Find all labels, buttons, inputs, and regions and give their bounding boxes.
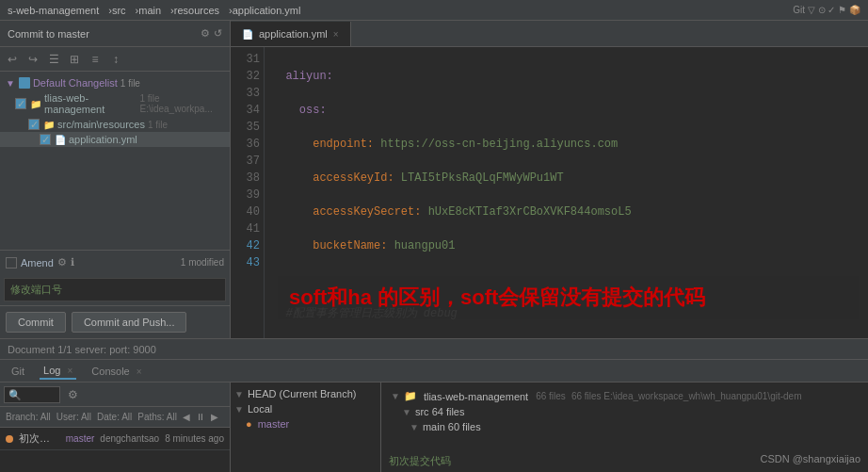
code-area: 3132333435 3637383940 414243 aliyun: oss… — [231, 47, 868, 338]
master-branch-name: master — [258, 418, 290, 430]
paths-filter[interactable]: Paths: All — [137, 412, 177, 422]
bottom-tab-git[interactable]: Git — [8, 364, 28, 379]
git-log-list: ⚙ Branch: All User: All Date: All Paths:… — [0, 382, 231, 472]
commit-author: dengchantsao — [100, 433, 159, 444]
git-log-toolbar: ⚙ — [0, 382, 230, 407]
project-detail: 1 file E:\idea_workpa... — [139, 93, 224, 114]
head-branch-item[interactable]: ▼ HEAD (Current Branch) — [231, 386, 380, 401]
repo-file-count: 66 files — [536, 391, 566, 401]
local-group-item[interactable]: ▼ Local — [231, 401, 380, 416]
bottom-tab-console-close[interactable]: × — [137, 366, 142, 377]
commit-list-item[interactable]: 初次提交代码 master dengchantsao 8 minutes ago — [0, 428, 230, 450]
project-name: tlias-web-management — [44, 92, 137, 115]
settings-icon[interactable]: ⚙ — [201, 27, 210, 40]
branch-filter[interactable]: Branch: All — [6, 412, 51, 422]
bottom-tab-log[interactable]: Log × — [40, 363, 76, 380]
editor-tab-active[interactable]: 📄 application.yml × — [231, 22, 351, 46]
file-tree-item[interactable]: ✓ 📄 application.yml — [0, 132, 230, 147]
amend-info-icon[interactable]: ℹ — [71, 256, 74, 269]
bottom-tab-console[interactable]: Console × — [88, 364, 145, 379]
breadcrumb-main[interactable]: main — [138, 5, 161, 16]
expand-btn[interactable]: ⊞ — [66, 51, 83, 68]
src-detail: 1 file — [148, 120, 168, 130]
watermark: CSDN @shangxiaijao — [760, 453, 860, 464]
breadcrumb-file[interactable]: application.yml — [233, 5, 301, 16]
amend-settings-icon[interactable]: ⚙ — [57, 256, 67, 269]
repo-name: tlias-web-management — [424, 391, 528, 402]
filter-prev-icon[interactable]: ◀ — [183, 412, 190, 422]
bottom-panel: Git Log × Console × ⚙ Branch: All User: … — [0, 359, 868, 472]
status-bar: Document 1/1 server: port: 9000 — [0, 338, 868, 359]
commit-buttons-area: Commit Commit and Push... — [0, 305, 230, 338]
bottom-tab-log-close[interactable]: × — [67, 366, 72, 376]
undo-btn[interactable]: ↩ — [4, 51, 21, 68]
editor-tabs: 📄 application.yml × — [231, 21, 868, 47]
commit-time: 8 minutes ago — [165, 433, 224, 444]
local-label: Local — [248, 403, 272, 415]
breadcrumb-project[interactable]: s-web-management — [8, 5, 99, 16]
sort-btn[interactable]: ↕ — [107, 51, 124, 68]
filter-btn[interactable]: ☰ — [45, 51, 62, 68]
amend-checkbox[interactable] — [6, 257, 17, 269]
overlay-text: soft和ha 的区别，soft会保留没有提交的代码 — [278, 276, 859, 319]
code-line-31: aliyun: — [272, 68, 860, 85]
commit-panel: Commit to master ⚙ ↺ ↩ ↪ ☰ ⊞ ≡ ↕ ▼ Defau… — [0, 21, 231, 338]
src-chevron-right: ▼ — [402, 407, 411, 417]
refresh-icon[interactable]: ↺ — [214, 27, 222, 40]
left-toolbar: ↩ ↪ ☰ ⊞ ≡ ↕ — [0, 47, 230, 72]
commit-dot — [6, 435, 13, 443]
commit-branch-badge: master — [66, 433, 95, 444]
src-checkbox[interactable]: ✓ — [28, 119, 40, 130]
master-branch-item[interactable]: ● master — [231, 416, 380, 431]
redo-btn[interactable]: ↪ — [24, 51, 41, 68]
changelist-checkbox[interactable] — [19, 77, 30, 89]
changelist-chevron: ▼ — [6, 78, 15, 89]
main-chevron: ▼ — [410, 422, 419, 432]
filter-next-icon[interactable]: ▶ — [211, 412, 218, 422]
commit-message-display: 修改端口号 — [4, 278, 226, 301]
project-tree-item[interactable]: ✓ 📁 tlias-web-management 1 file E:\idea_… — [0, 90, 230, 117]
repo-path: 66 files E:\idea_workspace_wh\wh_huangpu… — [571, 391, 802, 401]
tab-yml-icon: 📄 — [242, 29, 253, 40]
code-line-32: oss: — [272, 102, 860, 119]
git-files-content: ▼ 📁 tlias-web-management 66 files 66 fil… — [381, 382, 868, 450]
repo-tree-item[interactable]: ▼ 📁 tlias-web-management 66 files 66 fil… — [387, 388, 862, 404]
tab-close-icon[interactable]: × — [333, 29, 339, 40]
repo-icon: 📁 — [404, 390, 417, 402]
folder-icon: 📁 — [43, 120, 55, 130]
amend-section: Amend ⚙ ℹ 1 modified — [0, 250, 230, 274]
file-name: application.yml — [69, 134, 137, 145]
bottom-tabs: Git Log × Console × — [0, 360, 868, 382]
main-tree-item[interactable]: ▼ main 60 files — [387, 419, 862, 434]
master-icon: ● — [246, 418, 252, 430]
repo-chevron: ▼ — [391, 391, 400, 401]
bottom-content: ⚙ Branch: All User: All Date: All Paths:… — [0, 382, 868, 472]
src-tree-right-item[interactable]: ▼ src 64 files — [387, 404, 862, 419]
local-chevron: ▼ — [234, 404, 244, 415]
git-search-input[interactable] — [4, 386, 60, 403]
main-label: main 60 files — [423, 421, 481, 432]
changelist-label: Default Changelist — [33, 77, 118, 89]
changelist-header[interactable]: ▼ Default Changelist 1 file — [0, 75, 230, 90]
status-text: Document 1/1 server: port: 9000 — [8, 344, 156, 355]
commit-and-push-button[interactable]: Commit and Push... — [72, 312, 187, 333]
file-checkbox[interactable]: ✓ — [40, 134, 51, 145]
user-filter[interactable]: User: All — [56, 412, 91, 422]
src-name: src/main\resources — [57, 119, 145, 130]
commit-button[interactable]: Commit — [6, 312, 66, 333]
src-tree-item[interactable]: ✓ 📁 src/main\resources 1 file — [0, 117, 230, 132]
git-settings-btn[interactable]: ⚙ — [64, 386, 81, 403]
head-label: HEAD (Current Branch) — [248, 388, 357, 399]
date-filter[interactable]: Date: All — [97, 412, 132, 422]
collapse-btn[interactable]: ≡ — [87, 51, 104, 68]
modified-badge: 1 modified — [181, 257, 224, 268]
project-checkbox[interactable]: ✓ — [15, 98, 26, 109]
breadcrumb-src[interactable]: src — [112, 5, 126, 16]
filter-pause-icon[interactable]: ⏸ — [196, 412, 205, 422]
amend-label: Amend — [21, 257, 54, 269]
commit-panel-header: Commit to master ⚙ ↺ — [0, 21, 230, 47]
commit-panel-title: Commit to master — [8, 28, 89, 40]
top-bar: s-web-management › src › main › resource… — [0, 0, 868, 21]
code-line-35: accessKeySecret: hUxE8cKTIaf3XrCBoXVKF84… — [272, 203, 860, 220]
breadcrumb-resources[interactable]: resources — [174, 5, 219, 16]
